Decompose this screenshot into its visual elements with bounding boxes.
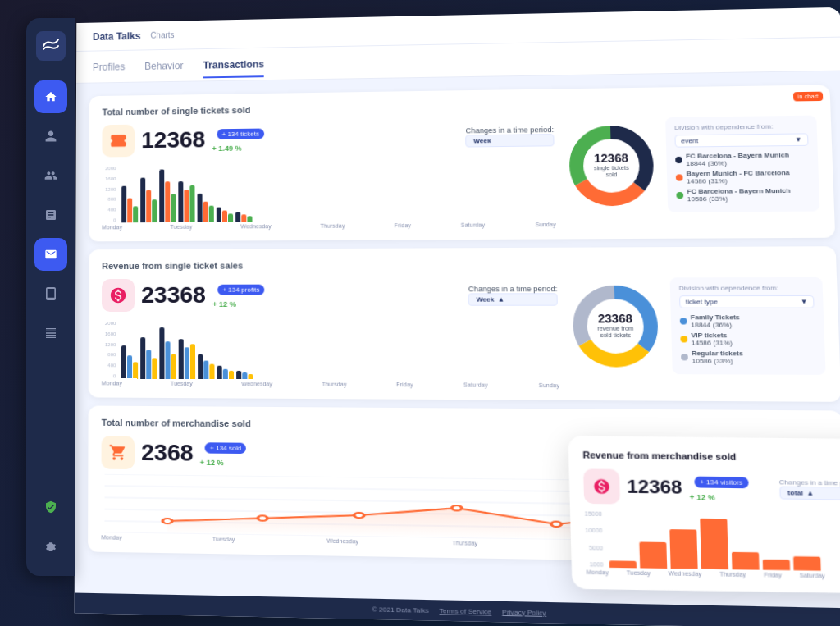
footer-copyright: © 2021 Data Talks	[372, 605, 428, 614]
floating-axis: 150001000050001000	[584, 510, 603, 567]
card2-division-select[interactable]: ticket type▼	[679, 295, 815, 308]
revenue-icon	[102, 278, 135, 311]
tab-transactions[interactable]: Transactions	[203, 52, 264, 77]
floating-revenue-icon	[583, 468, 620, 504]
bar-group-thu	[179, 180, 195, 222]
card2-time-box[interactable]: Week▲	[468, 292, 558, 305]
card2-badge: + 134 profits	[217, 284, 264, 295]
svg-point-15	[452, 505, 462, 510]
brand-subtitle: Charts	[150, 30, 174, 39]
svg-point-13	[258, 515, 267, 520]
card1-donut: 12368 single ticketssold	[562, 118, 660, 211]
card3-number: 2368	[141, 441, 193, 464]
svg-point-14	[354, 512, 364, 517]
sidebar-item-chart[interactable]	[34, 199, 67, 231]
card2-donut: 23368 revenue fromsold tickets	[566, 278, 665, 372]
cart-icon	[102, 436, 135, 469]
bar-group-sat	[217, 207, 233, 222]
card2-x-labels: MondayTuesdayWednesdayThursdayFridaySatu…	[102, 380, 559, 388]
card2-number: 23368	[141, 283, 206, 306]
card2-time-selector: Changes in a time period:	[468, 284, 558, 292]
footer-terms[interactable]: Terms of Service	[439, 606, 491, 615]
card2-legend: Family Tickets18844 (36%) VIP tickets145…	[680, 313, 817, 365]
sidebar-item-mail[interactable]	[34, 238, 67, 271]
floating-bars	[609, 515, 840, 571]
card1-time-box[interactable]: Week	[466, 133, 555, 146]
card1-percent: + 1.49 %	[212, 144, 241, 152]
bar-group-wed	[160, 169, 176, 222]
floating-card-title: Revenue from merchandise sold	[582, 449, 840, 463]
sidebar-item-table[interactable]	[34, 317, 67, 350]
sidebar	[26, 18, 75, 576]
bar-group-fri	[198, 193, 214, 222]
card1-division-select[interactable]: event▼	[674, 133, 808, 147]
ticket-icon	[102, 124, 135, 157]
card1-badge: + 134 tickets	[217, 128, 264, 139]
card2-percent: + 12 %	[212, 299, 236, 308]
card1-x-labels: MondayTuesdayWednesdayThursdayFridaySatu…	[102, 221, 556, 229]
main-area: Data Talks Charts Profiles Behavior Tran…	[75, 7, 840, 626]
floating-percent: + 12 %	[689, 492, 714, 501]
card2-axis: 2000160012008004000	[105, 321, 116, 378]
card1-number: 12368	[141, 128, 205, 152]
floating-number: 12368	[627, 475, 682, 499]
bar-group-tue	[141, 177, 158, 222]
in-chart-badge: in chart	[793, 91, 823, 101]
sidebar-item-users[interactable]	[34, 159, 67, 192]
sidebar-item-profile[interactable]	[34, 120, 67, 153]
card3-badge: + 134 sold	[205, 442, 246, 454]
card-single-tickets: in chart Total number of single tickets …	[89, 85, 835, 241]
svg-point-12	[162, 518, 172, 523]
card3-title: Total number of merchandise sold	[102, 417, 828, 432]
floating-card-merchandise: Revenue from merchandise sold 12368 + 13…	[568, 435, 840, 593]
footer-privacy[interactable]: Privacy Policy	[502, 607, 546, 616]
sidebar-item-settings[interactable]	[34, 530, 67, 563]
svg-point-16	[551, 521, 561, 527]
card2-division-panel: Division with dependence from: ticket ty…	[670, 276, 826, 374]
bar-group-mon	[122, 185, 139, 222]
tab-behavior[interactable]: Behavior	[144, 53, 183, 77]
card1-axis: 2000160012008004000	[105, 166, 116, 222]
card1-division-panel: Division with dependence from: event▼ FC…	[665, 115, 819, 212]
card1-time-selector: Changes in a time period:	[465, 125, 554, 134]
card1-time-label: Changes in a time period:	[465, 125, 554, 134]
card1-donut-center: 12368 single ticketssold	[593, 151, 629, 178]
sidebar-item-shield[interactable]	[34, 491, 67, 523]
app-logo	[36, 31, 66, 61]
sidebar-item-tablet[interactable]	[34, 277, 67, 310]
floating-time-box[interactable]: total▲	[779, 486, 840, 500]
card3-percent: + 12 %	[200, 458, 224, 467]
bar-group-sun	[235, 212, 252, 222]
card1-legend: FC Barcelona - Bayern Munich18844 (36%) …	[675, 151, 810, 203]
card2-title: Revenue from single ticket sales	[102, 258, 822, 270]
floating-badge: + 134 visitors	[694, 476, 748, 488]
app-container: Data Talks Charts Profiles Behavior Tran…	[26, 18, 814, 609]
brand-name: Data Talks	[93, 30, 140, 42]
card1-title: Total number of single tickets sold	[103, 96, 816, 116]
tab-profiles[interactable]: Profiles	[93, 54, 126, 79]
card-revenue-tickets: Revenue from single ticket sales 23368	[89, 246, 840, 402]
sidebar-item-home[interactable]	[34, 80, 67, 113]
card2-donut-center: 23368 revenue fromsold tickets	[597, 312, 634, 339]
